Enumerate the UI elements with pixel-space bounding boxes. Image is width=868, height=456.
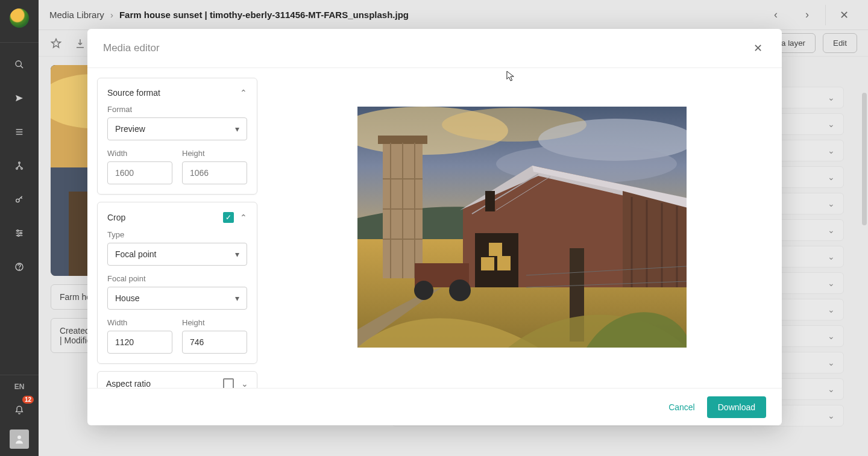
svg-point-13 [20,233,22,234]
focal-label: Focal point [107,274,247,283]
aspect-ratio-label: Aspect ratio [106,379,216,388]
source-width-input[interactable] [107,161,172,184]
media-editor-modal: Media editor ✕ Source format ⌃ Format Pr… [87,29,782,425]
nav-next-icon[interactable]: › [794,2,820,28]
language-switcher[interactable]: EN [14,383,25,391]
share-icon[interactable] [8,87,30,109]
format-select[interactable]: Preview ▾ [107,117,247,140]
crop-type-select[interactable]: Focal point ▾ [107,243,247,266]
width-label: Width [107,149,172,158]
search-icon[interactable] [8,54,30,75]
key-icon[interactable] [8,189,30,210]
type-label: Type [107,230,247,239]
caret-down-icon: ▾ [235,249,239,259]
editor-sidebar: Source format ⌃ Format Preview ▾ Width H… [87,68,262,388]
panel-crop: Crop ✓ ⌃ Type Focal point ▾ Focal point … [97,202,257,364]
close-icon[interactable]: ✕ [831,2,857,28]
modal-close-icon[interactable]: ✕ [749,40,766,57]
top-bar: Media Library › Farm house sunset | timo… [39,0,868,30]
svg-point-14 [17,235,19,237]
favorite-icon[interactable] [49,37,63,50]
svg-rect-47 [485,191,495,211]
height-label: Height [182,149,247,158]
mouse-cursor-icon [506,70,515,83]
breadcrumb-root[interactable]: Media Library [49,10,104,20]
svg-point-7 [21,167,23,169]
svg-point-0 [16,61,21,66]
chevron-right-icon: › [110,10,113,20]
svg-point-6 [16,167,18,169]
preview-image[interactable] [357,107,687,348]
caret-down-icon: ▾ [235,124,239,134]
crop-width-input[interactable] [107,331,172,354]
chevron-down-icon: ⌄ [241,379,248,388]
panel-aspect-ratio[interactable]: Aspect ratio ⌄ [97,371,257,388]
svg-point-8 [16,199,19,202]
panel-source-format: Source format ⌃ Format Preview ▾ Width H… [97,78,257,195]
breadcrumb-leaf: Farm house sunset | timothy-eberly-31145… [119,10,409,20]
scrollbar[interactable] [862,93,867,225]
crop-height-label: Height [182,318,247,327]
modal-title: Media editor [103,42,160,54]
chevron-up-icon[interactable]: ⌃ [240,213,247,222]
source-height-input[interactable] [182,161,247,184]
svg-point-12 [17,230,19,232]
download-icon[interactable] [74,37,87,50]
help-icon[interactable] [8,256,30,278]
svg-line-1 [20,66,23,68]
download-button[interactable]: Download [707,396,766,418]
cancel-button[interactable]: Cancel [668,402,695,412]
nav-prev-icon[interactable]: ‹ [763,2,789,28]
svg-point-16 [19,269,20,270]
app-logo[interactable] [10,8,29,28]
svg-point-56 [414,281,433,300]
user-avatar[interactable] [10,429,29,449]
svg-rect-46 [489,243,502,256]
crop-height-input[interactable] [182,331,247,354]
svg-rect-30 [378,136,427,144]
notification-badge: 12 [22,396,34,404]
breadcrumb: Media Library › Farm house sunset | timo… [49,10,409,20]
tree-icon[interactable] [8,155,30,176]
edit-button[interactable]: Edit [823,33,857,53]
panel-title: Crop [107,213,125,222]
list-icon[interactable] [8,121,30,143]
sliders-icon[interactable] [8,222,30,244]
panel-title: Source format [107,88,160,98]
svg-rect-44 [481,257,494,270]
notifications-icon[interactable]: 12 [8,399,30,421]
preview-area [262,68,782,388]
svg-rect-45 [497,256,511,270]
nav-rail: EN 12 [0,0,39,456]
chevron-up-icon[interactable]: ⌃ [240,88,247,98]
aspect-ratio-checkbox[interactable] [223,378,234,388]
svg-point-17 [17,436,21,439]
format-label: Format [107,105,247,114]
svg-point-57 [449,280,471,301]
crop-width-label: Width [107,318,172,327]
caret-down-icon: ▾ [235,293,239,303]
crop-enabled-checkbox[interactable]: ✓ [223,212,234,223]
svg-point-5 [19,162,20,164]
focal-point-select[interactable]: House ▾ [107,287,247,310]
